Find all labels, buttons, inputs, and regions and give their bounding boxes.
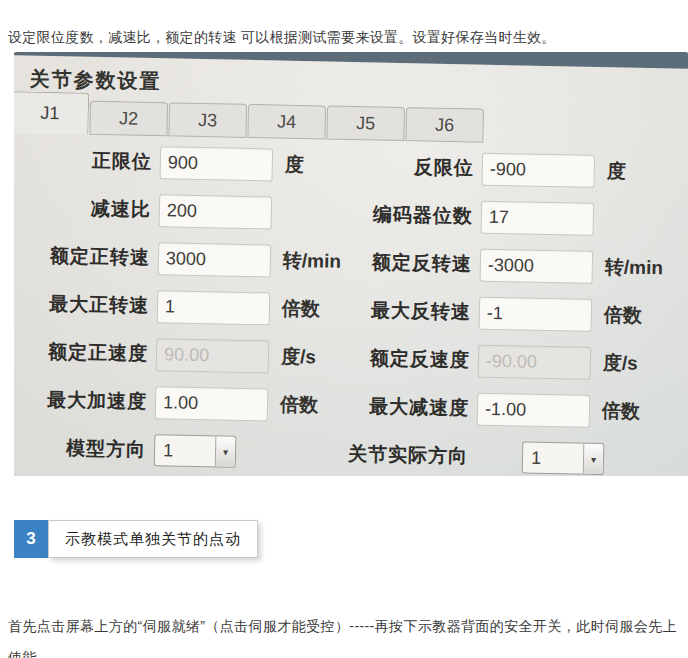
rated-rev-speed-unit: 转/min [605,254,664,281]
field-row-max-acceleration: 最大加速度 倍数 [14,375,339,430]
field-row-model-direction: 模型方向 1 ▾ [14,423,338,476]
model-direction-dropdown[interactable]: 1 ▾ [154,434,237,468]
reduction-ratio-input[interactable] [159,194,273,229]
field-row-rated-fwd-velocity: 额定正速度 度/s [14,327,340,382]
field-row-rated-rev-velocity: 额定反速度 度/s [348,334,662,388]
rated-rev-velocity-input [478,344,592,379]
negative-limit-label: 反限位 [352,153,474,181]
max-deceleration-unit: 倍数 [602,398,641,425]
rated-fwd-speed-label: 额定正转速 [14,242,150,271]
rated-fwd-speed-input[interactable] [158,242,272,277]
max-acceleration-input[interactable] [155,386,269,421]
step-number-badge: 3 [14,520,48,558]
max-acceleration-unit: 倍数 [280,392,319,419]
field-row-rated-fwd-speed: 额定正转速 转/min [14,231,341,286]
tab-j5[interactable]: J5 [326,106,405,142]
max-acceleration-label: 最大加速度 [14,386,147,415]
field-row-reduction-ratio: 减速比 [14,183,342,238]
field-row-encoder-bits: 编码器位数 [350,190,664,244]
encoder-bits-input[interactable] [481,200,595,235]
tab-j6[interactable]: J6 [405,107,484,143]
footer-text: 首先点击屏幕上方的“伺服就绪”（点击伺服才能受控）-----再按下示教器背面的安… [8,611,682,658]
rated-rev-speed-label: 额定反转速 [350,249,472,277]
rated-rev-velocity-label: 额定反速度 [348,345,470,373]
tab-j4[interactable]: J4 [247,104,326,140]
tab-j1[interactable]: J1 [14,91,89,135]
max-rev-speed-label: 最大反转速 [349,297,471,325]
left-field-column: 正限位 度 减速比 额定正转速 转/min 最大正转速 倍数 [14,135,343,476]
field-row-joint-actual-direction: 关节实际方向 1 ▾ [346,430,660,476]
rated-fwd-velocity-input [156,338,270,373]
encoder-bits-label: 编码器位数 [351,201,473,229]
tab-j3[interactable]: J3 [168,102,247,138]
joint-actual-direction-label: 关节实际方向 [346,441,468,469]
field-row-max-fwd-speed: 最大正转速 倍数 [14,279,340,334]
reduction-ratio-label: 减速比 [14,194,151,223]
negative-limit-input[interactable] [481,152,595,187]
field-row-rated-rev-speed: 额定反转速 转/min [349,238,663,292]
max-rev-speed-unit: 倍数 [604,302,643,329]
field-row-positive-limit: 正限位 度 [14,135,343,190]
negative-limit-unit: 度 [607,158,627,184]
right-field-column: 反限位 度 编码器位数 额定反转速 转/min 最大反转速 倍 [346,142,666,476]
positive-limit-unit: 度 [285,152,305,178]
joint-actual-direction-value: 1 [523,443,584,474]
step-title: 示教模式单独关节的点动 [48,520,258,558]
chevron-down-icon[interactable]: ▾ [583,444,604,474]
max-deceleration-label: 最大减速度 [347,393,469,421]
joint-settings-screen: 关节参数设置 J1 J2 J3 J4 J5 J6 正限位 度 减速比 [14,55,688,476]
model-direction-label: 模型方向 [14,434,146,463]
rated-fwd-velocity-label: 额定正速度 [14,338,148,367]
positive-limit-input[interactable] [160,146,274,181]
joint-settings-photo: 关节参数设置 J1 J2 J3 J4 J5 J6 正限位 度 减速比 [14,52,688,476]
field-row-max-rev-speed: 最大反转速 倍数 [348,286,662,340]
positive-limit-label: 正限位 [14,146,152,175]
rated-fwd-velocity-unit: 度/s [281,344,316,371]
field-row-max-deceleration: 最大减速度 倍数 [347,382,661,436]
joint-tab-bar: J1 J2 J3 J4 J5 J6 [14,91,485,143]
model-direction-value: 1 [155,435,216,466]
rated-fwd-speed-unit: 转/min [283,248,342,275]
panel-title: 关节参数设置 [29,66,162,96]
step-heading: 3 示教模式单独关节的点动 [14,520,258,558]
max-fwd-speed-unit: 倍数 [282,296,321,323]
tab-j2[interactable]: J2 [89,101,168,137]
joint-actual-direction-dropdown[interactable]: 1 ▾ [522,442,605,476]
max-fwd-speed-input[interactable] [157,290,271,325]
max-rev-speed-input[interactable] [479,296,593,331]
rated-rev-velocity-unit: 度/s [603,350,638,377]
max-deceleration-input[interactable] [477,392,591,427]
field-row-negative-limit: 反限位 度 [351,142,665,196]
intro-text: 设定限位度数，减速比，额定的转速 可以根据测试需要来设置。设置好保存当时生效。 [8,26,684,48]
chevron-down-icon[interactable]: ▾ [215,436,236,466]
rated-rev-speed-input[interactable] [480,248,594,283]
page: 设定限位度数，减速比，额定的转速 可以根据测试需要来设置。设置好保存当时生效。 … [0,0,688,658]
max-fwd-speed-label: 最大正转速 [14,290,149,319]
